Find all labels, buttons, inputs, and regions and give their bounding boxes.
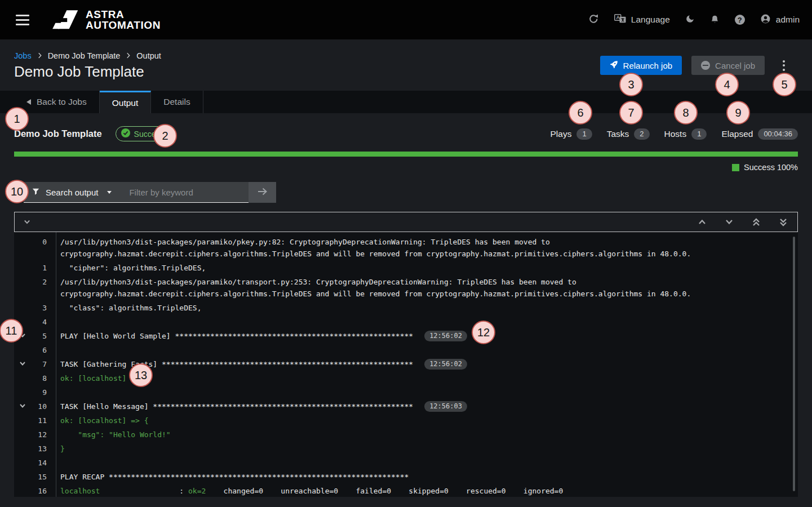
annotation-callout-9: 9 — [726, 101, 750, 124]
line-row: PLAY RECAP *****************************… — [60, 471, 798, 483]
toggle-spacer — [14, 471, 31, 483]
brand-logo: ASTRA AUTOMATION — [50, 6, 161, 34]
bell-icon — [710, 14, 720, 26]
line-row: } — [60, 443, 798, 455]
output-toolbar — [14, 212, 798, 232]
stat-hosts: Hosts 1 — [664, 128, 707, 140]
annotation-callout-3: 3 — [619, 73, 643, 96]
line-number: 12 — [31, 429, 56, 441]
caret-left-icon — [26, 97, 31, 107]
page-title: Demo Job Template — [14, 63, 144, 81]
line-number: 16 — [31, 485, 56, 497]
line-number: 9 — [31, 386, 56, 398]
brand-name: ASTRA AUTOMATION — [86, 9, 161, 31]
collapse-toggle-icon[interactable] — [14, 358, 31, 370]
line-row: "class": algorithms.TripleDES, — [60, 302, 798, 314]
cancel-job-label: Cancel job — [715, 61, 755, 70]
tab-details[interactable]: Details — [151, 91, 203, 113]
search-attribute-dropdown[interactable]: Search output — [24, 182, 120, 202]
line-segment: localhost — [60, 487, 100, 495]
annotation-callout-5: 5 — [773, 73, 796, 96]
username-label: admin — [776, 15, 800, 25]
toggle-spacer — [14, 415, 31, 426]
moon-icon — [685, 14, 695, 25]
user-avatar-icon — [760, 14, 771, 26]
filter-icon — [32, 188, 39, 197]
line-text: TASK [Gathering Facts] *****************… — [56, 358, 798, 370]
annotation-callout-6: 6 — [569, 101, 592, 124]
search-input[interactable] — [120, 182, 249, 202]
console-line: 12 "msg": "Hello World!" — [14, 429, 798, 441]
line-text: ok: [localhost] — [56, 372, 798, 384]
line-segment: TASK [Gathering Facts] *****************… — [60, 360, 413, 368]
success-legend-label: Success 100% — [744, 163, 798, 172]
stat-plays: Plays 1 — [551, 128, 592, 140]
theme-toggle-button[interactable] — [685, 14, 695, 25]
console-line: 6 — [14, 344, 798, 356]
toggle-spacer — [14, 457, 31, 469]
console-output: 0/usr/lib/python3/dist-packages/paramiko… — [14, 232, 798, 497]
console-scrollbar[interactable] — [793, 237, 795, 491]
refresh-button[interactable] — [588, 14, 599, 26]
collapse-toggle-icon[interactable] — [14, 401, 31, 412]
line-number: 4 — [31, 316, 56, 328]
expand-collapse-all-button[interactable] — [19, 215, 36, 229]
line-segment: ok: [localhost] — [60, 374, 126, 383]
scroll-to-bottom-button[interactable] — [775, 215, 792, 229]
line-row: localhost : ok=2 changed=0 unreachable=0… — [60, 485, 798, 497]
toggle-spacer — [14, 429, 31, 441]
cancel-job-button[interactable]: Cancel job — [691, 56, 765, 75]
line-gutter: 14 — [14, 457, 56, 469]
toggle-spacer — [14, 443, 31, 455]
progress-bar — [14, 152, 798, 157]
user-menu[interactable]: admin — [760, 14, 800, 26]
toggle-spacer — [14, 236, 31, 260]
search-submit-button[interactable] — [249, 182, 276, 203]
stat-elapsed-badge: 00:04:36 — [758, 128, 798, 140]
breadcrumb-link-jobs[interactable]: Jobs — [14, 51, 32, 60]
line-gutter: 0 — [14, 236, 56, 260]
output-panel: Demo Job Template Success Plays 1 Tasks … — [0, 113, 812, 507]
job-name: Demo Job Template — [14, 128, 102, 139]
scroll-previous-button[interactable] — [694, 215, 711, 229]
line-number: 8 — [31, 372, 56, 384]
help-icon: ? — [735, 15, 745, 25]
job-stats: Plays 1 Tasks 2 Hosts 1 Elapsed 00:04:36 — [551, 128, 798, 140]
progress-legend: Success 100% — [732, 163, 798, 172]
line-segment: } — [60, 444, 65, 453]
tab-output[interactable]: Output — [100, 91, 152, 113]
toggle-spacer — [14, 276, 31, 300]
annotation-callout-2: 2 — [153, 124, 177, 148]
astra-logo-icon — [50, 6, 79, 34]
tab-back-to-jobs[interactable]: Back to Jobs — [14, 91, 100, 113]
breadcrumb-item-output: Output — [136, 51, 161, 60]
line-text: TASK [Hello Message] *******************… — [56, 401, 798, 412]
notifications-button[interactable] — [710, 14, 720, 26]
help-button[interactable]: ? — [735, 15, 745, 25]
toggle-spacer — [14, 262, 31, 274]
line-segment: cryptography.hazmat.decrepit.ciphers.alg… — [60, 250, 691, 258]
line-row: PLAY [Hello World Sample] **************… — [60, 330, 798, 342]
breadcrumb-item-template: Demo Job Template — [48, 51, 121, 60]
line-number: 14 — [31, 457, 56, 469]
scroll-to-top-button[interactable] — [748, 215, 765, 229]
line-gutter: 3 — [14, 302, 56, 314]
refresh-icon — [588, 14, 599, 26]
scroll-next-button[interactable] — [721, 215, 738, 229]
console-line: 1 "cipher": algorithms.TripleDES, — [14, 262, 798, 274]
tab-details-label: Details — [163, 97, 190, 107]
timestamp-badge: 12:56:03 — [424, 401, 467, 412]
console-line: 5PLAY [Hello World Sample] *************… — [14, 330, 798, 342]
relaunch-job-button[interactable]: Relaunch job — [600, 56, 682, 75]
line-row: cryptography.hazmat.decrepit.ciphers.alg… — [60, 248, 798, 260]
language-menu[interactable]: A Language — [614, 14, 670, 25]
kebab-menu-button[interactable] — [779, 58, 789, 73]
search-dropdown-label: Search output — [46, 188, 98, 197]
console-line: 11ok: [localhost] => { — [14, 415, 798, 426]
success-legend-swatch — [732, 164, 739, 171]
nav-toggle-button[interactable] — [12, 11, 33, 29]
line-number: 13 — [31, 443, 56, 455]
chevron-right-icon — [126, 51, 130, 60]
line-segment: ok=2 — [188, 487, 206, 495]
annotation-callout-10: 10 — [5, 180, 29, 203]
